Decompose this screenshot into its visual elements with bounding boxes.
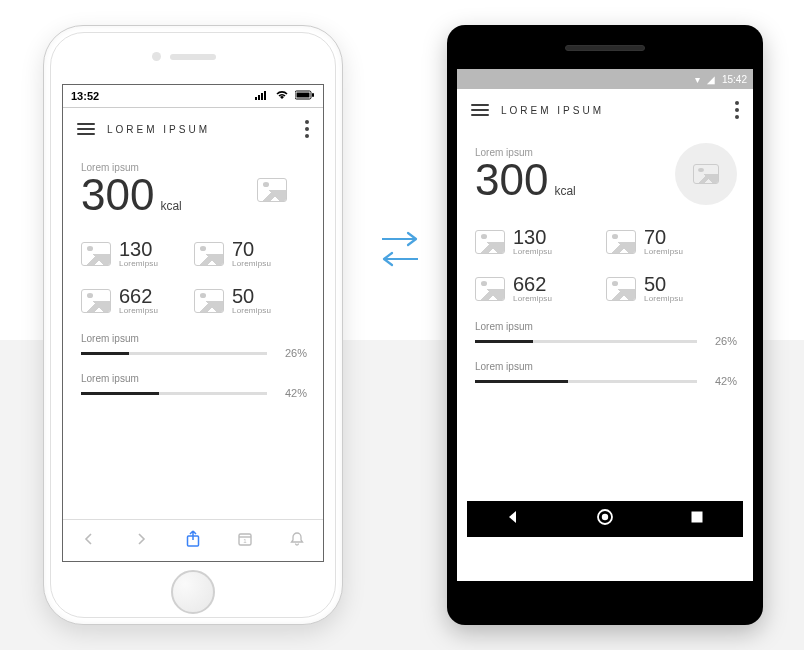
ios-page-title: LOREM IPSUM xyxy=(107,124,210,135)
image-placeholder-icon xyxy=(475,230,505,254)
stat-value: 130 xyxy=(513,227,552,247)
ios-summary-value: 300 xyxy=(81,173,154,217)
stat-item: 50Loremipsu xyxy=(194,286,307,315)
android-summary: Lorem ipsum 300 kcal xyxy=(475,143,737,205)
iphone-screen: 13:52 LOREM IPSUM xyxy=(62,84,324,562)
android-page-title: LOREM IPSUM xyxy=(501,105,604,116)
stat-value: 50 xyxy=(644,274,683,294)
stat-item: 50Loremipsu xyxy=(606,274,737,303)
android-recents-button[interactable] xyxy=(677,510,717,528)
share-icon[interactable] xyxy=(178,530,208,552)
progress-pct: 26% xyxy=(707,335,737,347)
android-header: LOREM IPSUM xyxy=(457,89,753,129)
android-status-time: 15:42 xyxy=(722,74,747,85)
progress-fill xyxy=(81,392,159,395)
progress-label: Lorem ipsum xyxy=(81,333,307,344)
image-placeholder-icon xyxy=(194,289,224,313)
iphone-frame: 13:52 LOREM IPSUM xyxy=(43,25,343,625)
progress-bar xyxy=(81,352,267,355)
stat-item: 70Loremipsu xyxy=(606,227,737,256)
android-summary-unit: kcal xyxy=(554,184,575,198)
svg-text:1: 1 xyxy=(243,538,247,544)
iphone-speaker xyxy=(170,54,216,60)
progress-fill xyxy=(81,352,129,355)
android-stats-grid: 130Loremipsu 70Loremipsu 662Loremipsu 50… xyxy=(475,227,737,303)
ios-status-bar: 13:52 xyxy=(63,85,323,107)
stat-value: 662 xyxy=(513,274,552,294)
stat-label: Loremipsu xyxy=(644,247,683,256)
svg-rect-6 xyxy=(312,93,314,97)
image-placeholder-icon xyxy=(693,164,719,184)
back-icon[interactable] xyxy=(74,532,104,550)
ios-tabbar: 1 xyxy=(63,519,323,561)
ios-header: LOREM IPSUM xyxy=(63,108,323,148)
stat-label: Loremipsu xyxy=(232,259,271,268)
progress-pct: 42% xyxy=(277,387,307,399)
android-progress-2: Lorem ipsum 42% xyxy=(475,361,737,387)
svg-rect-5 xyxy=(297,93,310,98)
android-status-bar: ▾ ◢ 15:42 xyxy=(457,69,753,89)
android-back-button[interactable] xyxy=(493,509,533,529)
battery-icon xyxy=(295,90,315,102)
progress-pct: 26% xyxy=(277,347,307,359)
image-placeholder-icon xyxy=(81,289,111,313)
progress-bar xyxy=(475,340,697,343)
image-placeholder-icon xyxy=(606,230,636,254)
svg-point-12 xyxy=(602,514,608,520)
progress-fill xyxy=(475,340,533,343)
fab-image-button[interactable] xyxy=(675,143,737,205)
svg-rect-1 xyxy=(258,95,260,100)
stat-label: Loremipsu xyxy=(119,259,158,268)
svg-rect-2 xyxy=(261,93,263,100)
image-placeholder-icon xyxy=(475,277,505,301)
svg-rect-3 xyxy=(264,91,266,100)
android-summary-value: 300 xyxy=(475,158,548,202)
iphone-home-button[interactable] xyxy=(171,570,215,614)
menu-icon[interactable] xyxy=(77,120,95,138)
signal-icon xyxy=(255,90,272,102)
more-icon[interactable] xyxy=(305,120,311,138)
wifi-icon: ▾ xyxy=(695,74,700,85)
stat-label: Loremipsu xyxy=(513,247,552,256)
progress-label: Lorem ipsum xyxy=(81,373,307,384)
wifi-icon xyxy=(275,90,292,102)
swap-arrows-icon xyxy=(370,225,430,273)
android-navbar xyxy=(467,501,743,537)
forward-icon[interactable] xyxy=(126,532,156,550)
stat-label: Loremipsu xyxy=(644,294,683,303)
stat-value: 130 xyxy=(119,239,158,259)
stat-item: 130Loremipsu xyxy=(81,239,194,268)
stat-item: 70Loremipsu xyxy=(194,239,307,268)
progress-fill xyxy=(475,380,568,383)
image-placeholder-icon xyxy=(606,277,636,301)
android-screen: ▾ ◢ 15:42 LOREM IPSUM Lorem ipsum 300 kc… xyxy=(457,69,753,581)
ios-summary: Lorem ipsum 300 kcal xyxy=(81,162,307,217)
more-icon[interactable] xyxy=(735,101,741,119)
stat-item: 662Loremipsu xyxy=(81,286,194,315)
iphone-camera xyxy=(152,52,161,61)
today-icon[interactable]: 1 xyxy=(230,531,260,551)
stat-value: 50 xyxy=(232,286,271,306)
android-home-button[interactable] xyxy=(585,508,625,530)
bell-icon[interactable] xyxy=(282,531,312,551)
progress-label: Lorem ipsum xyxy=(475,361,737,372)
stat-value: 70 xyxy=(644,227,683,247)
signal-icon: ◢ xyxy=(707,74,715,85)
android-speaker xyxy=(565,45,645,51)
stat-value: 70 xyxy=(232,239,271,259)
stat-item: 662Loremipsu xyxy=(475,274,606,303)
android-progress-1: Lorem ipsum 26% xyxy=(475,321,737,347)
stat-value: 662 xyxy=(119,286,158,306)
ios-status-time: 13:52 xyxy=(71,90,99,102)
progress-bar xyxy=(475,380,697,383)
svg-rect-0 xyxy=(255,97,257,100)
ios-progress-2: Lorem ipsum 42% xyxy=(81,373,307,399)
ios-stats-grid: 130Loremipsu 70Loremipsu 662Loremipsu 50… xyxy=(81,239,307,315)
stat-label: Loremipsu xyxy=(119,306,158,315)
ios-progress-1: Lorem ipsum 26% xyxy=(81,333,307,359)
stat-label: Loremipsu xyxy=(232,306,271,315)
menu-icon[interactable] xyxy=(471,101,489,119)
progress-bar xyxy=(81,392,267,395)
image-placeholder-icon xyxy=(257,178,287,202)
stat-label: Loremipsu xyxy=(513,294,552,303)
